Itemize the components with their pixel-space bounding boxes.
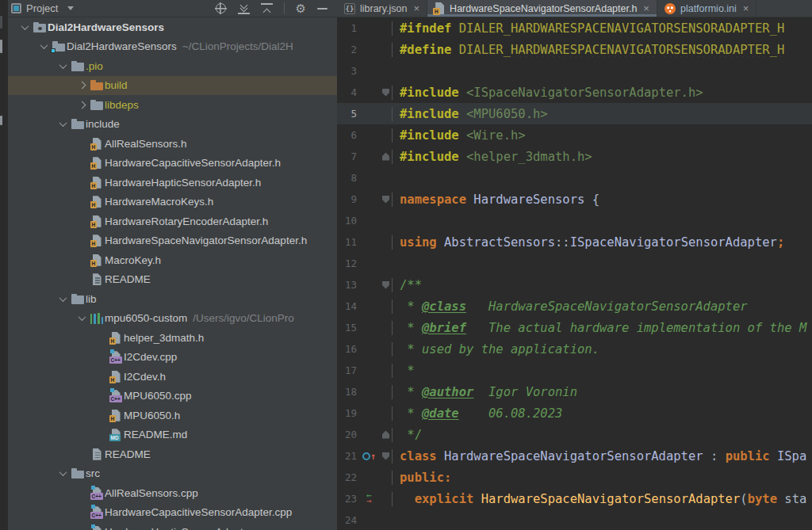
tree-item[interactable]: Hhelper_3dmath.h (8, 328, 337, 348)
code-line[interactable]: 7#include <helper_3dmath.h> (337, 146, 812, 167)
override-marker-icon[interactable]: ↑ (362, 452, 376, 460)
line-number[interactable]: 2 (337, 44, 358, 55)
tree-item[interactable]: src (8, 464, 337, 484)
settings-icon[interactable] (296, 2, 306, 14)
code-line[interactable]: 19 * @date 06.08.2023 (337, 402, 812, 424)
collapse-all-icon[interactable] (261, 3, 273, 14)
tab-HardwareSpaceNavigatorSensorAdapter.h[interactable]: HHardwareSpaceNavigatorSensorAdapter.h× (427, 0, 657, 17)
code-line[interactable]: 8 (337, 167, 812, 189)
line-number[interactable]: 6 (337, 129, 358, 141)
line-number[interactable]: 15 (337, 322, 358, 334)
tree-item[interactable]: build (8, 76, 337, 96)
code-line[interactable]: 3 (337, 60, 812, 82)
tree-item[interactable]: README (8, 270, 337, 290)
fold-marker[interactable] (380, 281, 392, 289)
tree-item[interactable]: lib (8, 289, 337, 309)
line-number[interactable]: 13 (337, 279, 358, 291)
tree-item[interactable]: C++I2Cdev.cpp (8, 348, 337, 368)
tree-item[interactable]: include (8, 115, 337, 135)
tree-item[interactable]: Dial2HardwareSensors (8, 17, 337, 37)
code-line[interactable]: 20 */ (337, 424, 812, 445)
code-editor[interactable]: 1#ifndef DIALER_HARDWARESPACENAVIGATORSE… (337, 17, 812, 530)
tree-chevron-down[interactable] (56, 63, 70, 69)
line-number[interactable]: 12 (337, 257, 358, 269)
tree-item[interactable]: Dial2HardwareSensors~/CLionProjects/Dial… (8, 37, 337, 57)
tree-item[interactable]: libdeps (8, 95, 337, 115)
tree-item[interactable]: C++MPU6050.cpp (8, 387, 337, 406)
tree-chevron-down[interactable] (75, 315, 89, 321)
tree-item[interactable]: README (8, 444, 337, 464)
tree-item[interactable]: C++AllRealSensors.cpp (8, 483, 337, 503)
line-number[interactable]: 1 (337, 22, 358, 34)
code-line[interactable]: 18 * @author Igor Voronin (337, 381, 812, 402)
code-line[interactable]: 15 * @brief The actual hardware implemen… (337, 317, 812, 338)
tree-chevron-down[interactable] (17, 25, 32, 30)
tree-chevron-down[interactable] (56, 296, 70, 302)
line-number[interactable]: 14 (337, 300, 358, 312)
tree-item[interactable]: mpu6050-custom/Users/igvo/CLionPro (8, 309, 337, 329)
line-number[interactable]: 19 (337, 407, 358, 419)
tree-item[interactable]: MDREADME.md (8, 425, 337, 445)
code-line[interactable]: 2#define DIALER_HARDWARESPACENAVIGATORSE… (337, 39, 812, 60)
fold-marker[interactable] (380, 452, 392, 460)
tree-chevron-right[interactable] (75, 102, 89, 108)
tree-item[interactable]: HAllRealSensors.h (8, 134, 337, 154)
fold-marker[interactable] (380, 431, 392, 439)
close-icon[interactable]: × (414, 3, 420, 13)
fold-marker[interactable] (380, 153, 392, 161)
code-line[interactable]: 11using AbstractSensors::ISpaceNavigator… (337, 231, 812, 253)
code-line[interactable]: 16 * used by the application. (337, 338, 812, 360)
tree-chevron-right[interactable] (75, 82, 89, 88)
locate-icon[interactable] (215, 2, 227, 14)
related-symbol-icon[interactable]: ←→ (366, 494, 372, 504)
code-line[interactable]: 1#ifndef DIALER_HARDWARESPACENAVIGATORSE… (337, 17, 812, 39)
line-number[interactable]: 23 (337, 493, 358, 505)
line-number[interactable]: 17 (337, 364, 358, 376)
tree-item[interactable]: HHardwareCapacitiveSensorAdapter.h (8, 154, 337, 173)
code-line[interactable]: 17 * (337, 360, 812, 381)
expand-all-icon[interactable] (238, 3, 250, 14)
close-icon[interactable]: × (743, 3, 749, 13)
tree-item[interactable]: .pio (8, 56, 337, 76)
line-number[interactable]: 20 (337, 429, 358, 440)
code-line[interactable]: 4#include <ISpaceNavigatorSensorAdapter.… (337, 82, 812, 103)
line-number[interactable]: 9 (337, 193, 358, 205)
code-line[interactable]: 24 (337, 509, 812, 530)
line-number[interactable]: 3 (337, 65, 358, 77)
tree-item[interactable]: C++HardwareCapacitiveSensorAdapter.cpp (8, 503, 337, 523)
code-line[interactable]: 22public: (337, 467, 812, 488)
fold-marker[interactable] (380, 89, 392, 97)
code-line[interactable]: 9namespace HardwareSensors { (337, 189, 812, 210)
line-number[interactable]: 16 (337, 343, 358, 355)
tree-item[interactable]: HI2Cdev.h (8, 367, 337, 387)
code-line[interactable]: 12 (337, 253, 812, 274)
tree-item[interactable]: HHardwareHapticSensorAdapter.h (8, 173, 337, 193)
close-icon[interactable]: × (643, 3, 649, 13)
line-number[interactable]: 4 (337, 86, 358, 98)
line-number[interactable]: 10 (337, 215, 358, 227)
hide-icon[interactable] (317, 2, 327, 14)
tree-item[interactable]: C++HardwareHapticSensorAdapter.cpp (8, 522, 337, 530)
code-line[interactable]: 21↑class HardwareSpaceNavigatorSensorAda… (337, 445, 812, 467)
tree-chevron-down[interactable] (36, 44, 51, 49)
line-number[interactable]: 11 (337, 236, 358, 248)
line-number[interactable]: 5 (337, 108, 358, 120)
chevron-down-icon[interactable] (67, 6, 74, 10)
code-line[interactable]: 6#include <Wire.h> (337, 124, 812, 146)
line-number[interactable]: 8 (337, 172, 358, 184)
code-line[interactable]: 10 (337, 210, 812, 231)
line-number[interactable]: 21 (337, 450, 358, 462)
line-number[interactable]: 22 (337, 471, 358, 483)
tree-item[interactable]: HMacroKey.h (8, 250, 337, 270)
fold-marker[interactable] (380, 196, 392, 204)
tree-item[interactable]: HHardwareSpaceNavigatorSensorAdapter.h (8, 231, 337, 251)
tree-item[interactable]: HMPU6050.h (8, 406, 337, 425)
line-number[interactable]: 18 (337, 386, 358, 398)
line-number[interactable]: 7 (337, 151, 358, 162)
code-line[interactable]: 5#include <MPU6050.h> (337, 103, 812, 124)
code-line[interactable]: 13/** (337, 274, 812, 296)
tree-item[interactable]: HHardwareRotaryEncoderAdapter.h (8, 212, 337, 231)
line-number[interactable]: 24 (337, 514, 358, 526)
code-line[interactable]: 14 * @class HardwareSpaceNavigatorSensor… (337, 296, 812, 317)
tree-chevron-down[interactable] (56, 471, 70, 476)
